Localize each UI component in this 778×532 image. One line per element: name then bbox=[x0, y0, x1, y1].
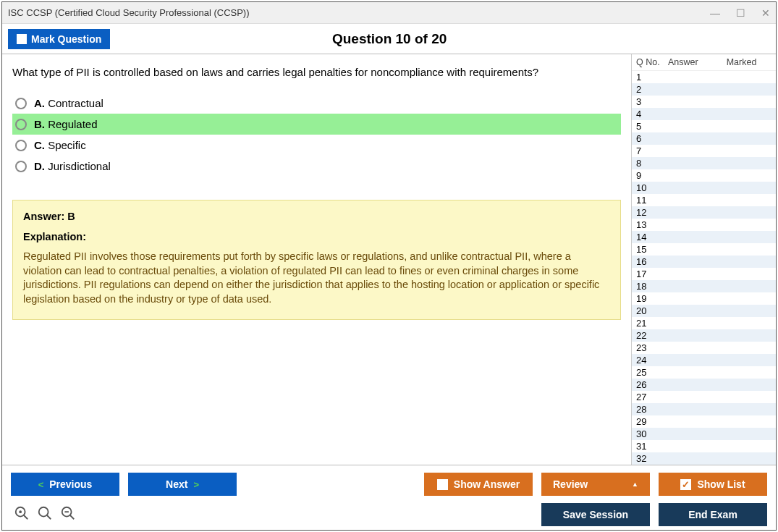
list-item[interactable]: 24 bbox=[632, 354, 776, 366]
list-item[interactable]: 22 bbox=[632, 329, 776, 342]
option-c[interactable]: C. Specific bbox=[12, 135, 621, 156]
zoom-reset-icon[interactable] bbox=[14, 505, 30, 525]
end-exam-button[interactable]: End Exam bbox=[659, 503, 767, 526]
option-a[interactable]: A. Contractual bbox=[12, 93, 621, 114]
svg-line-6 bbox=[70, 515, 75, 519]
close-icon[interactable]: ✕ bbox=[761, 7, 770, 19]
app-window: ISC CCSP (Certified Cloud Security Profe… bbox=[1, 1, 777, 531]
qno-cell: 24 bbox=[636, 355, 668, 366]
qno-cell: 26 bbox=[636, 379, 668, 390]
list-item[interactable]: 27 bbox=[632, 391, 776, 403]
list-item[interactable]: 7 bbox=[632, 145, 776, 157]
dropdown-icon: ▲ bbox=[632, 481, 638, 488]
zoom-controls bbox=[11, 505, 76, 525]
svg-point-2 bbox=[19, 510, 22, 513]
list-item[interactable]: 9 bbox=[632, 169, 776, 182]
qno-cell: 31 bbox=[636, 441, 668, 452]
list-item[interactable]: 16 bbox=[632, 256, 776, 268]
list-item[interactable]: 17 bbox=[632, 268, 776, 280]
qno-cell: 5 bbox=[636, 121, 668, 132]
col-qno: Q No. bbox=[636, 57, 668, 67]
list-item[interactable]: 15 bbox=[632, 243, 776, 256]
list-item[interactable]: 14 bbox=[632, 231, 776, 243]
list-item[interactable]: 25 bbox=[632, 366, 776, 379]
save-session-button[interactable]: Save Session bbox=[541, 503, 650, 526]
chevron-right-icon: > bbox=[193, 479, 199, 490]
option-label: C. Specific bbox=[34, 139, 86, 151]
qno-cell: 11 bbox=[636, 195, 668, 206]
qno-cell: 20 bbox=[636, 305, 668, 316]
list-item[interactable]: 1 bbox=[632, 71, 776, 83]
next-button[interactable]: Next > bbox=[128, 473, 237, 496]
sidebar-body[interactable]: 1234567891011121314151617181920212223242… bbox=[632, 71, 776, 465]
option-label: A. Contractual bbox=[34, 97, 103, 109]
show-answer-label: Show Answer bbox=[454, 478, 520, 490]
list-item[interactable]: 12 bbox=[632, 206, 776, 219]
list-item[interactable]: 10 bbox=[632, 182, 776, 194]
review-label: Review bbox=[553, 478, 588, 490]
list-item[interactable]: 18 bbox=[632, 280, 776, 292]
chevron-left-icon: < bbox=[38, 479, 44, 490]
list-item[interactable]: 5 bbox=[632, 120, 776, 132]
radio-icon bbox=[15, 98, 27, 109]
qno-cell: 18 bbox=[636, 281, 668, 292]
list-item[interactable]: 3 bbox=[632, 96, 776, 108]
list-item[interactable]: 6 bbox=[632, 132, 776, 145]
end-exam-label: End Exam bbox=[688, 509, 737, 520]
list-item[interactable]: 26 bbox=[632, 379, 776, 391]
previous-label: Previous bbox=[49, 478, 92, 490]
list-item[interactable]: 23 bbox=[632, 342, 776, 354]
option-label: D. Jurisdictional bbox=[34, 160, 111, 172]
col-marked: Marked bbox=[711, 57, 771, 67]
main-panel: What type of PII is controlled based on … bbox=[2, 54, 631, 465]
radio-icon bbox=[15, 161, 27, 172]
list-item[interactable]: 20 bbox=[632, 305, 776, 317]
list-item[interactable]: 13 bbox=[632, 219, 776, 231]
qno-cell: 29 bbox=[636, 416, 668, 427]
review-button[interactable]: Review ▲ bbox=[541, 473, 650, 496]
list-item[interactable]: 28 bbox=[632, 403, 776, 415]
option-b[interactable]: B. Regulated bbox=[12, 114, 621, 135]
window-title: ISC CCSP (Certified Cloud Security Profe… bbox=[8, 7, 250, 18]
list-item[interactable]: 30 bbox=[632, 428, 776, 440]
show-list-button[interactable]: Show List bbox=[659, 473, 767, 496]
maximize-icon[interactable]: ☐ bbox=[736, 7, 745, 19]
minimize-icon[interactable]: — bbox=[710, 7, 720, 19]
list-item[interactable]: 2 bbox=[632, 83, 776, 96]
qno-cell: 13 bbox=[636, 219, 668, 230]
list-item[interactable]: 31 bbox=[632, 440, 776, 452]
qno-cell: 19 bbox=[636, 293, 668, 304]
svg-line-1 bbox=[24, 515, 28, 519]
qno-cell: 25 bbox=[636, 367, 668, 378]
checkbox-icon bbox=[437, 479, 448, 490]
qno-cell: 8 bbox=[636, 158, 668, 169]
list-item[interactable]: 11 bbox=[632, 194, 776, 206]
question-list-sidebar: Q No. Answer Marked 12345678910111213141… bbox=[631, 54, 776, 465]
list-item[interactable]: 21 bbox=[632, 317, 776, 329]
window-controls: — ☐ ✕ bbox=[710, 7, 770, 19]
option-label: B. Regulated bbox=[34, 118, 98, 130]
list-item[interactable]: 4 bbox=[632, 108, 776, 120]
list-item[interactable]: 19 bbox=[632, 292, 776, 305]
options-list: A. ContractualB. RegulatedC. SpecificD. … bbox=[12, 93, 621, 177]
next-label: Next bbox=[166, 478, 187, 490]
footer-row-2: Save Session End Exam bbox=[11, 503, 767, 526]
qno-cell: 27 bbox=[636, 392, 668, 402]
titlebar: ISC CCSP (Certified Cloud Security Profe… bbox=[2, 2, 776, 24]
zoom-out-icon[interactable] bbox=[60, 505, 76, 525]
svg-point-3 bbox=[39, 507, 48, 516]
show-answer-button[interactable]: Show Answer bbox=[424, 473, 533, 496]
qno-cell: 16 bbox=[636, 256, 668, 267]
zoom-in-icon[interactable] bbox=[37, 505, 53, 525]
qno-cell: 23 bbox=[636, 342, 668, 353]
svg-line-4 bbox=[47, 515, 51, 519]
save-session-label: Save Session bbox=[563, 509, 628, 520]
show-list-label: Show List bbox=[697, 478, 745, 490]
qno-cell: 7 bbox=[636, 145, 668, 156]
previous-button[interactable]: < Previous bbox=[11, 473, 119, 496]
answer-box: Answer: B Explanation: Regulated PII inv… bbox=[12, 200, 621, 320]
list-item[interactable]: 32 bbox=[632, 452, 776, 465]
option-d[interactable]: D. Jurisdictional bbox=[12, 156, 621, 177]
list-item[interactable]: 29 bbox=[632, 415, 776, 428]
list-item[interactable]: 8 bbox=[632, 157, 776, 169]
